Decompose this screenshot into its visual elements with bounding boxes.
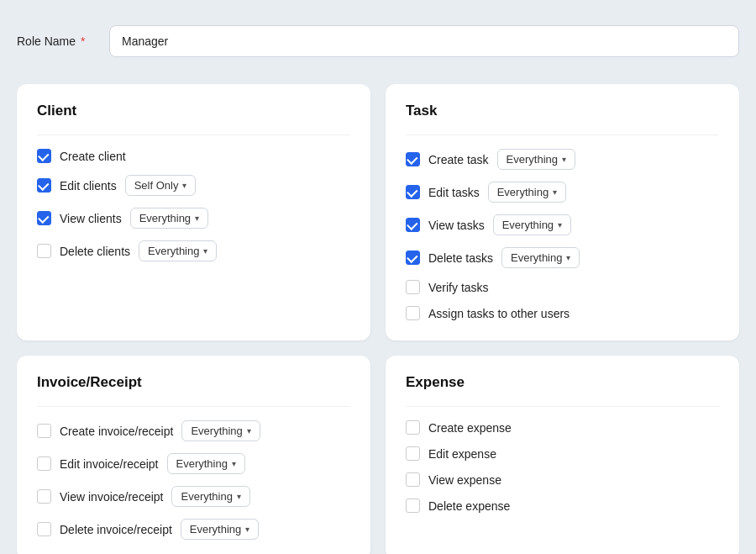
dropdown-edit-clients[interactable]: Self Only▾ (125, 175, 197, 196)
permission-item-delete-invoice: Delete invoice/receiptEverything▾ (37, 519, 350, 540)
permission-label-view-tasks: View tasks (428, 219, 485, 232)
required-indicator: * (77, 34, 85, 48)
dropdown-view-tasks[interactable]: Everything▾ (493, 214, 571, 235)
permission-item-delete-expense: Delete expense (406, 499, 719, 513)
permission-item-view-invoice: View invoice/receiptEverything▾ (37, 486, 350, 507)
permission-item-create-task: Create taskEverything▾ (406, 149, 719, 170)
permission-label-assign-tasks: Assign tasks to other users (428, 307, 570, 320)
dropdown-value-delete-tasks: Everything (511, 251, 562, 264)
chevron-down-icon: ▾ (553, 187, 557, 197)
checkbox-create-invoice[interactable] (37, 424, 51, 438)
checkbox-delete-expense[interactable] (406, 499, 420, 513)
permission-list-invoice: Create invoice/receiptEverything▾Edit in… (37, 420, 350, 540)
permission-item-delete-tasks: Delete tasksEverything▾ (406, 247, 719, 268)
permission-item-create-expense: Create expense (406, 420, 719, 435)
chevron-down-icon: ▾ (247, 426, 251, 435)
permission-item-view-clients: View clientsEverything▾ (37, 208, 350, 229)
permission-label-edit-tasks: Edit tasks (428, 186, 480, 199)
dropdown-value-view-clients: Everything (139, 212, 191, 224)
dropdown-delete-invoice[interactable]: Everything▾ (181, 519, 259, 540)
dropdown-value-delete-clients: Everything (148, 245, 199, 257)
checkbox-view-tasks[interactable] (406, 218, 420, 232)
card-title-expense: Expense (406, 374, 719, 391)
card-task: TaskCreate taskEverything▾Edit tasksEver… (386, 84, 739, 340)
dropdown-value-edit-tasks: Everything (497, 186, 549, 198)
permission-item-view-expense: View expense (406, 472, 719, 487)
checkbox-delete-tasks[interactable] (406, 251, 420, 265)
checkbox-assign-tasks[interactable] (406, 306, 420, 320)
permission-label-create-expense: Create expense (428, 421, 512, 435)
checkbox-view-expense[interactable] (406, 472, 420, 487)
permission-item-edit-invoice: Edit invoice/receiptEverything▾ (37, 453, 350, 474)
permission-label-create-client: Create client (60, 150, 126, 163)
chevron-down-icon: ▾ (195, 214, 199, 223)
chevron-down-icon: ▾ (237, 492, 241, 501)
dropdown-view-clients[interactable]: Everything▾ (130, 208, 208, 229)
dropdown-create-invoice[interactable]: Everything▾ (181, 420, 260, 441)
permission-item-verify-tasks: Verify tasks (406, 280, 719, 294)
dropdown-delete-clients[interactable]: Everything▾ (139, 240, 217, 261)
chevron-down-icon: ▾ (558, 220, 562, 230)
dropdown-edit-tasks[interactable]: Everything▾ (488, 182, 566, 203)
chevron-down-icon: ▾ (562, 155, 566, 164)
checkbox-edit-clients[interactable] (37, 178, 51, 193)
chevron-down-icon: ▾ (245, 525, 249, 534)
permission-item-delete-clients: Delete clientsEverything▾ (37, 240, 350, 261)
permission-label-create-task: Create task (428, 153, 489, 166)
card-invoice: Invoice/ReceiptCreate invoice/receiptEve… (17, 356, 370, 554)
role-name-text: Role Name (17, 34, 76, 48)
page-container: Role Name * ClientCreate clientEdit clie… (17, 17, 739, 554)
permission-item-edit-expense: Edit expense (406, 446, 719, 461)
divider-expense (406, 406, 719, 407)
permission-list-expense: Create expenseEdit expenseView expenseDe… (406, 420, 719, 513)
divider-client (37, 135, 350, 135)
permission-item-edit-tasks: Edit tasksEverything▾ (406, 182, 719, 203)
dropdown-value-view-invoice: Everything (181, 490, 232, 503)
checkbox-verify-tasks[interactable] (406, 280, 420, 294)
permission-label-edit-clients: Edit clients (60, 179, 117, 193)
dropdown-value-edit-invoice: Everything (176, 457, 228, 470)
card-title-client: Client (37, 103, 350, 119)
dropdown-value-edit-clients: Self Only (134, 179, 179, 192)
permission-label-view-clients: View clients (60, 212, 122, 225)
permission-label-view-expense: View expense (428, 473, 501, 487)
dropdown-create-task[interactable]: Everything▾ (497, 149, 575, 170)
permission-list-task: Create taskEverything▾Edit tasksEverythi… (406, 149, 719, 320)
permission-item-create-invoice: Create invoice/receiptEverything▾ (37, 420, 350, 441)
permission-label-create-invoice: Create invoice/receipt (60, 425, 173, 438)
permission-label-delete-tasks: Delete tasks (428, 251, 493, 265)
checkbox-edit-tasks[interactable] (406, 185, 420, 199)
checkbox-create-expense[interactable] (406, 420, 420, 435)
card-client: ClientCreate clientEdit clientsSelf Only… (17, 84, 370, 340)
permission-list-client: Create clientEdit clientsSelf Only▾View … (37, 149, 350, 261)
chevron-down-icon: ▾ (232, 459, 236, 468)
permission-item-view-tasks: View tasksEverything▾ (406, 214, 719, 235)
dropdown-edit-invoice[interactable]: Everything▾ (167, 453, 245, 474)
role-name-input[interactable] (109, 25, 739, 57)
chevron-down-icon: ▾ (566, 253, 570, 262)
divider-task (406, 135, 719, 135)
checkbox-edit-invoice[interactable] (37, 456, 51, 471)
permission-item-edit-clients: Edit clientsSelf Only▾ (37, 175, 350, 196)
card-expense: ExpenseCreate expenseEdit expenseView ex… (386, 356, 739, 554)
cards-grid: ClientCreate clientEdit clientsSelf Only… (17, 84, 739, 554)
dropdown-value-delete-invoice: Everything (190, 523, 241, 536)
checkbox-view-invoice[interactable] (37, 489, 51, 504)
checkbox-delete-clients[interactable] (37, 244, 51, 258)
checkbox-edit-expense[interactable] (406, 446, 420, 461)
dropdown-value-create-task: Everything (507, 153, 558, 166)
permission-label-view-invoice: View invoice/receipt (60, 490, 163, 504)
permission-item-assign-tasks: Assign tasks to other users (406, 306, 719, 320)
dropdown-value-create-invoice: Everything (191, 425, 242, 437)
checkbox-delete-invoice[interactable] (37, 522, 51, 536)
dropdown-value-view-tasks: Everything (502, 219, 554, 231)
permission-label-delete-expense: Delete expense (428, 499, 510, 513)
dropdown-delete-tasks[interactable]: Everything▾ (501, 247, 580, 268)
permission-label-edit-invoice: Edit invoice/receipt (60, 457, 159, 471)
card-title-task: Task (406, 103, 719, 119)
dropdown-view-invoice[interactable]: Everything▾ (171, 486, 249, 507)
role-name-row: Role Name * (17, 17, 739, 66)
checkbox-create-client[interactable] (37, 149, 51, 163)
checkbox-view-clients[interactable] (37, 211, 51, 225)
checkbox-create-task[interactable] (406, 152, 420, 166)
